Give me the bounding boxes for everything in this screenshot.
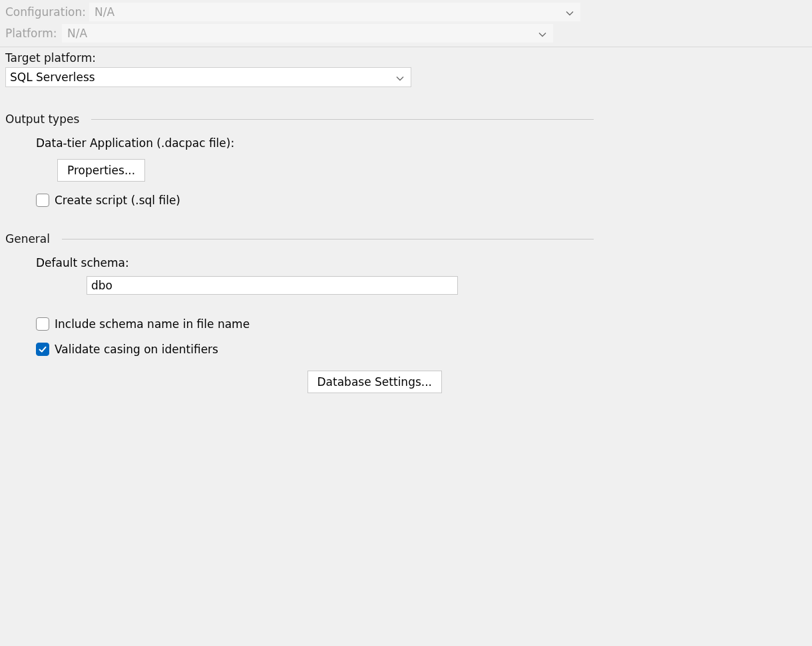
create-script-row: Create script (.sql file) — [36, 194, 594, 207]
configuration-row: Configuration: N/A — [5, 3, 807, 21]
validate-casing-row: Validate casing on identifiers — [36, 343, 594, 356]
chevron-down-icon — [396, 71, 404, 84]
create-script-checkbox[interactable] — [36, 194, 49, 207]
platform-row: Platform: N/A — [5, 24, 807, 43]
include-schema-label: Include schema name in file name — [55, 317, 250, 331]
platform-dropdown[interactable]: N/A — [62, 24, 553, 43]
target-platform-dropdown[interactable]: SQL Serverless — [5, 67, 411, 87]
default-schema-wrap — [36, 276, 594, 295]
target-platform-value: SQL Serverless — [10, 71, 95, 84]
include-schema-checkbox[interactable] — [36, 317, 49, 331]
configuration-label: Configuration: — [5, 5, 89, 19]
configuration-value: N/A — [95, 5, 114, 19]
properties-button[interactable]: Properties... — [57, 159, 145, 182]
section-output-types: Output types — [5, 112, 594, 126]
section-title: Output types — [5, 112, 79, 126]
section-rule — [91, 119, 594, 120]
create-script-label: Create script (.sql file) — [55, 194, 180, 207]
default-schema-input[interactable] — [87, 276, 458, 295]
db-settings-wrap: Database Settings... — [36, 371, 442, 393]
chevron-down-icon — [566, 5, 574, 19]
general-body: Default schema: Include schema name in f… — [5, 256, 594, 393]
dacpac-label: Data-tier Application (.dacpac file): — [36, 136, 594, 150]
section-rule — [62, 239, 594, 240]
validate-casing-label: Validate casing on identifiers — [55, 343, 218, 356]
database-settings-button[interactable]: Database Settings... — [307, 371, 442, 393]
properties-wrap: Properties... — [36, 150, 594, 182]
section-general: General — [5, 232, 594, 245]
platform-label: Platform: — [5, 27, 62, 40]
configuration-dropdown[interactable]: N/A — [89, 3, 580, 21]
include-schema-row: Include schema name in file name — [36, 317, 594, 331]
settings-content: Target platform: SQL Serverless Output t… — [0, 47, 599, 399]
output-types-body: Data-tier Application (.dacpac file): Pr… — [5, 136, 594, 207]
validate-casing-checkbox[interactable] — [36, 343, 49, 356]
target-platform-label: Target platform: — [5, 51, 96, 65]
section-title: General — [5, 232, 50, 245]
chevron-down-icon — [538, 27, 546, 40]
default-schema-label: Default schema: — [36, 256, 594, 269]
top-strip: Configuration: N/A Platform: N/A — [0, 0, 812, 47]
check-icon — [38, 345, 47, 354]
platform-value: N/A — [67, 27, 87, 40]
